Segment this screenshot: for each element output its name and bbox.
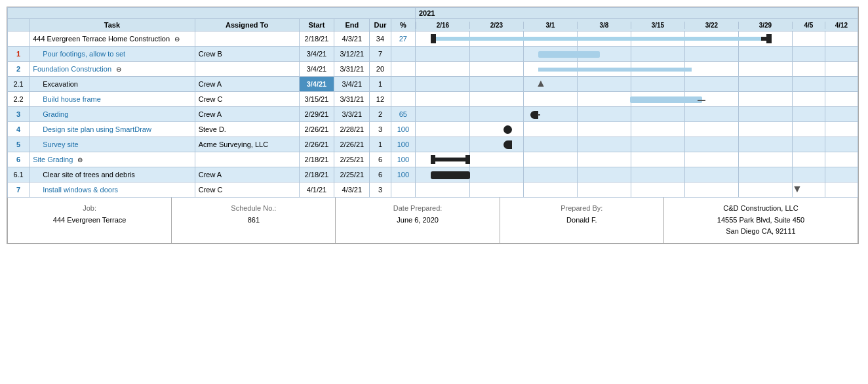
row-id: 3 [8, 107, 30, 122]
date-col-9: 4/12 [825, 22, 858, 29]
row-start: 3/15/21 [299, 92, 334, 107]
row-assigned [195, 152, 299, 167]
row-gantt [415, 137, 858, 152]
table-row: 6.1 Clear site of trees and debris Crew … [8, 167, 858, 182]
col-header-num [8, 19, 30, 32]
row-assigned: Crew A [195, 107, 299, 122]
row-gantt [415, 107, 858, 122]
gantt-bar [538, 51, 600, 58]
row-task: Install windows & doors [30, 182, 195, 198]
row-end: 3/31/21 [334, 62, 370, 77]
date-col-4: 3/8 [577, 22, 631, 29]
date-col-3: 3/1 [523, 22, 577, 29]
row-gantt [415, 122, 858, 137]
col-header-start: Start [299, 19, 334, 32]
row-assigned [195, 32, 299, 47]
collapse-icon[interactable]: ⊖ [174, 35, 180, 43]
row-dur: 34 [370, 32, 391, 47]
row-pct: 100 [391, 122, 415, 137]
row-dur: 6 [370, 152, 391, 167]
row-id: 7 [8, 182, 30, 198]
row-task: Excavation [30, 77, 195, 92]
gantt-bar [630, 96, 702, 103]
row-gantt [415, 92, 858, 107]
col-header-dur: Dur [370, 19, 391, 32]
row-dur: 2 [370, 107, 391, 122]
milestone-full-icon [503, 125, 512, 134]
row-start: 2/26/21 [299, 137, 334, 152]
row-assigned [195, 62, 299, 77]
row-gantt [415, 32, 858, 47]
table-row: 5 Survey site Acme Surveying, LLC 2/26/2… [8, 137, 858, 152]
row-assigned: Crew A [195, 77, 299, 92]
row-end: 4/3/21 [334, 182, 370, 198]
gantt-cap-left [431, 155, 435, 164]
row-dur: 6 [370, 167, 391, 182]
row-start: 2/29/21 [299, 107, 334, 122]
schedule-container: 2021 Task Assigned To Start End Dur % 2/… [7, 7, 859, 244]
table-row: 3 Grading Crew A 2/29/21 3/3/21 2 65 [8, 107, 858, 122]
row-id: 6.1 [8, 167, 30, 182]
footer-schedule: Schedule No.: 861 [172, 198, 336, 243]
row-dur: 7 [370, 47, 391, 62]
gantt-bar-fill [436, 37, 761, 41]
row-pct [391, 182, 415, 198]
collapse-icon[interactable]: ⊖ [116, 66, 121, 73]
gantt-bar-cap-right [766, 34, 772, 43]
tick [538, 114, 540, 116]
date-col-8: 4/5 [792, 22, 825, 29]
row-task: Survey site [30, 137, 195, 152]
row-assigned: Crew B [195, 47, 299, 62]
footer-preparedby: Prepared By: Donald F. [500, 198, 664, 243]
row-task: Clear site of trees and debris [30, 167, 195, 182]
footer-company-line2: 14555 Park Blvd, Suite 450 [671, 215, 851, 226]
row-task: Build house frame [30, 92, 195, 107]
table-row: 4 Design site plan using SmartDraw Steve… [8, 122, 858, 137]
row-dur: 12 [370, 92, 391, 107]
footer-date-label: Date Prepared: [342, 203, 492, 215]
row-gantt [415, 152, 858, 167]
footer-preparedby-label: Prepared By: [507, 203, 657, 215]
date-col-7: 3/29 [738, 22, 792, 29]
row-gantt [415, 47, 858, 62]
row-assigned: Crew A [195, 167, 299, 182]
header-year-row: 2021 [8, 8, 858, 19]
date-col-6: 3/22 [684, 22, 738, 29]
header-columns-row: Task Assigned To Start End Dur % 2/16 2/… [8, 19, 858, 32]
row-start: 2/26/21 [299, 122, 334, 137]
row-pct [391, 47, 415, 62]
row-pct [391, 77, 415, 92]
row-pct: 100 [391, 167, 415, 182]
gantt-bar [538, 68, 692, 72]
footer-company-line1: C&D Construction, LLC [671, 203, 851, 215]
date-col-5: 3/15 [631, 22, 684, 29]
row-end: 3/3/21 [334, 107, 370, 122]
date-col-1: 2/16 [416, 22, 469, 29]
row-pct: 65 [391, 107, 415, 122]
row-gantt [415, 167, 858, 182]
col-header-end: End [334, 19, 370, 32]
table-row: 6 Site Grading ⊖ 2/18/21 2/25/21 6 100 [8, 152, 858, 167]
row-id: 2 [8, 62, 30, 77]
gantt-cap-right [465, 155, 470, 164]
row-task: Design site plan using SmartDraw [30, 122, 195, 137]
collapse-icon[interactable]: ⊖ [77, 156, 83, 163]
footer-job-value: 444 Evergreen Terrace [14, 215, 165, 226]
date-col-2: 2/23 [469, 22, 523, 29]
milestone-half-icon [503, 140, 512, 149]
footer-schedule-value: 861 [178, 215, 328, 226]
row-gantt: ▲ [415, 77, 858, 92]
col-header-pct: % [391, 19, 415, 32]
row-start: 2/18/21 [299, 167, 334, 182]
row-gantt [415, 62, 858, 77]
footer-date: Date Prepared: June 6, 2020 [336, 198, 500, 243]
row-start: 3/4/21 [299, 62, 334, 77]
row-assigned: Crew C [195, 92, 299, 107]
gantt-bar-summary [431, 158, 470, 161]
footer-preparedby-value: Donald F. [507, 215, 657, 226]
row-dur: 3 [370, 122, 391, 137]
table-row: 2.2 Build house frame Crew C 3/15/21 3/3… [8, 92, 858, 107]
row-end: 2/26/21 [334, 137, 370, 152]
row-pct: 27 [391, 32, 415, 47]
row-pct: 100 [391, 152, 415, 167]
